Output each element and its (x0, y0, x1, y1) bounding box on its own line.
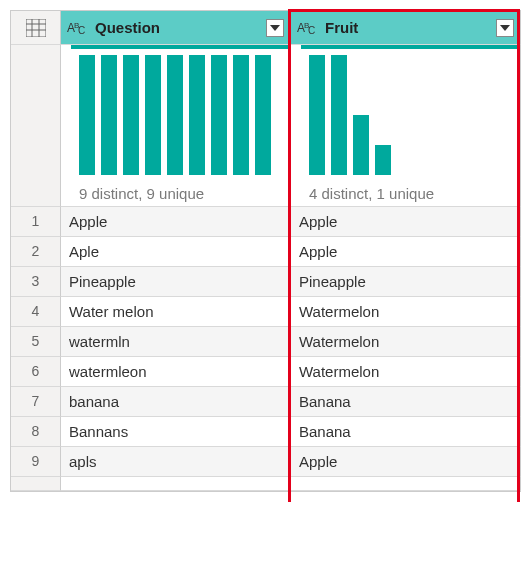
row-number[interactable]: 6 (11, 357, 61, 387)
cell-question[interactable]: banana (61, 387, 291, 417)
row-number[interactable]: 2 (11, 237, 61, 267)
cell-fruit[interactable]: Apple (291, 447, 521, 477)
cell-question[interactable]: Aple (61, 237, 291, 267)
svg-marker-12 (500, 25, 510, 31)
column-profile-question[interactable]: 9 distinct, 9 unique (61, 45, 291, 207)
cell-fruit[interactable]: Watermelon (291, 357, 521, 387)
column-header-label: Question (95, 19, 160, 36)
partial-row (11, 477, 61, 491)
svg-text:C: C (78, 25, 85, 36)
cell-question[interactable]: Water melon (61, 297, 291, 327)
partial-row (291, 477, 521, 491)
svg-marker-8 (270, 25, 280, 31)
quality-bar (71, 45, 288, 49)
profile-caption: 4 distinct, 1 unique (309, 185, 510, 202)
column-header-label: Fruit (325, 19, 358, 36)
row-number[interactable]: 3 (11, 267, 61, 297)
cell-question[interactable]: watermleon (61, 357, 291, 387)
cell-question[interactable]: apls (61, 447, 291, 477)
column-filter-dropdown[interactable] (266, 19, 284, 37)
cell-question[interactable]: Bannans (61, 417, 291, 447)
row-number[interactable]: 4 (11, 297, 61, 327)
column-header-fruit[interactable]: ABC Fruit (291, 11, 521, 45)
row-number[interactable]: 9 (11, 447, 61, 477)
partial-row (61, 477, 291, 491)
cell-question[interactable]: Apple (61, 207, 291, 237)
column-header-question[interactable]: ABC Question (61, 11, 291, 45)
profile-bars-question (79, 55, 280, 175)
row-number[interactable]: 8 (11, 417, 61, 447)
row-number[interactable]: 7 (11, 387, 61, 417)
cell-fruit[interactable]: Apple (291, 237, 521, 267)
abc-icon: ABC (297, 20, 319, 36)
profile-bars-fruit (309, 55, 510, 175)
row-number[interactable]: 5 (11, 327, 61, 357)
profile-caption: 9 distinct, 9 unique (79, 185, 280, 202)
svg-text:C: C (308, 25, 315, 36)
cell-fruit[interactable]: Watermelon (291, 297, 521, 327)
cell-fruit[interactable]: Banana (291, 417, 521, 447)
cell-fruit[interactable]: Watermelon (291, 327, 521, 357)
cell-question[interactable]: Pineapple (61, 267, 291, 297)
cell-fruit[interactable]: Apple (291, 207, 521, 237)
cell-fruit[interactable]: Pineapple (291, 267, 521, 297)
quality-bar (301, 45, 518, 49)
row-number[interactable]: 1 (11, 207, 61, 237)
abc-icon: ABC (67, 20, 89, 36)
cell-question[interactable]: watermln (61, 327, 291, 357)
table-corner-icon[interactable] (11, 11, 61, 45)
data-preview-grid: ABC Question ABC Fruit 9 distinct, 9 uni… (10, 10, 521, 492)
cell-fruit[interactable]: Banana (291, 387, 521, 417)
column-filter-dropdown[interactable] (496, 19, 514, 37)
svg-rect-0 (26, 19, 46, 37)
profile-gutter (11, 45, 61, 207)
column-profile-fruit[interactable]: 4 distinct, 1 unique (291, 45, 521, 207)
